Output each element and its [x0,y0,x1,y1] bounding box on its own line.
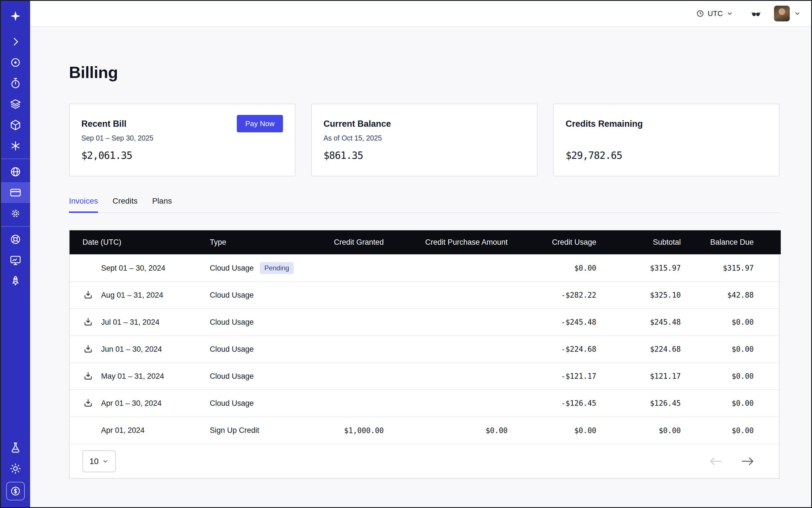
invoices-table: Date (UTC) Type Credit Granted Credit Pu… [69,230,780,479]
credit-card-icon [9,186,22,199]
col-credit-usage: Credit Usage [522,230,611,255]
credit-purchase-value: $0.00 [398,417,522,444]
sidebar-divider [1,159,30,159]
invoice-date: Apr 01, 2024 [101,426,145,435]
download-invoice-button[interactable] [83,371,93,381]
sidebar-item-labs[interactable] [1,437,30,458]
subtotal-value: $121.17 [611,363,695,390]
download-icon [83,398,93,408]
download-invoice-button[interactable] [83,398,93,408]
timer-icon [9,77,22,90]
sidebar-item-target[interactable] [1,52,30,73]
credit-purchase-value [398,336,522,363]
clock-icon [696,9,704,18]
credit-usage-value: -$245.48 [522,309,611,336]
credit-usage-value: $0.00 [522,417,611,444]
table-row: Aug 01 – 31, 2024 Cloud Usage -$282.22 $… [70,282,781,309]
page-title: Billing [69,63,780,82]
sidebar-item-help[interactable] [1,229,30,250]
download-invoice-button[interactable] [83,344,93,354]
sidebar-item-layers[interactable] [1,94,30,115]
sidebar-item-theme[interactable] [1,458,30,479]
download-invoice-button[interactable] [83,290,93,300]
sidebar-item-cube[interactable] [1,115,30,135]
cube-icon [9,119,22,131]
gear-icon [9,207,22,220]
tab-plans[interactable]: Plans [152,197,172,212]
monitor-icon [9,254,22,266]
logo-sparkle-icon[interactable] [1,1,30,31]
invoice-type: Cloud Usage [210,399,254,408]
sidebar-item-launch[interactable] [1,270,30,291]
sidebar-item-credits[interactable] [6,482,25,500]
layers-icon [9,98,22,111]
download-icon [83,371,93,381]
card-amount: $2,061.35 [81,150,132,161]
balance-due-value: $42.88 [695,282,781,309]
credit-purchase-value [398,255,522,282]
credits-remaining-card: Credits Remaining $29,782.65 [553,103,780,176]
avatar[interactable] [774,6,790,22]
download-invoice-button[interactable] [83,317,93,327]
table-footer: 10 [70,444,779,478]
invoice-date: May 01 – 31, 2024 [101,372,164,381]
card-amount: $861.35 [324,150,363,161]
previous-page-button[interactable] [709,457,723,466]
card-amount: $29,782.65 [566,150,622,161]
credit-usage-value: -$282.22 [522,282,611,309]
card-subtitle: As of Oct 15, 2025 [324,134,382,142]
sidebar-item-globe[interactable] [1,161,30,182]
invoice-date: Apr 01 – 30, 2024 [101,399,162,408]
chevron-right-icon [9,36,22,48]
app-window: UTC Billing Recent Bill Pay Now Sep 01 –… [0,0,812,508]
sidebar-item-console[interactable] [1,250,30,270]
invoice-date: Jun 01 – 30, 2024 [101,345,162,354]
lifebuoy-icon [9,233,22,246]
credit-granted-value [331,336,398,363]
sidebar-item-billing[interactable] [1,182,30,203]
timezone-label: UTC [708,9,723,18]
card-subtitle: Sep 01 – Sep 30, 2025 [81,134,154,142]
table-header-row: Date (UTC) Type Credit Granted Credit Pu… [70,230,781,255]
sidebar-spacer [1,291,30,437]
chevron-down-icon [726,10,733,17]
sidebar-expand-button[interactable] [1,31,30,52]
credit-usage-value: -$224.68 [522,336,611,363]
invoice-type: Cloud Usage [210,264,254,272]
pay-now-button[interactable]: Pay Now [237,115,283,132]
flask-icon [9,441,22,454]
sidebar-item-timer[interactable] [1,73,30,94]
sun-icon [9,462,22,475]
goggles-button[interactable] [751,8,761,18]
balance-due-value: $0.00 [695,309,781,336]
page-size-select[interactable]: 10 [83,450,116,472]
arrow-right-icon [741,457,754,466]
account-menu[interactable] [774,6,801,22]
col-date: Date (UTC) [70,230,210,255]
balance-due-value: $0.00 [695,363,781,390]
invoice-date: Sept 01 – 30, 2024 [101,264,165,272]
sidebar-item-settings[interactable] [1,203,30,224]
credit-purchase-value [398,390,522,417]
table-row: May 01 – 31, 2024 Cloud Usage -$121.17 $… [70,363,781,390]
tab-credits[interactable]: Credits [113,197,138,212]
credit-granted-value [331,282,398,309]
next-page-button[interactable] [741,457,754,466]
card-title: Current Balance [324,119,391,129]
main-column: UTC Billing Recent Bill Pay Now Sep 01 –… [30,1,811,507]
download-icon [83,317,93,327]
credit-granted-value [331,309,398,336]
invoice-type: Sign Up Credit [210,426,259,435]
current-balance-card: Current Balance As of Oct 15, 2025 $861.… [311,103,538,176]
asterisk-icon [9,140,22,152]
sidebar-item-asterisk[interactable] [1,135,30,156]
card-title: Recent Bill [81,119,126,129]
sidebar [1,1,30,507]
table-row: Jul 01 – 31, 2024 Cloud Usage -$245.48 $… [70,309,781,336]
arrow-left-icon [709,457,723,466]
col-type: Type [210,230,331,255]
timezone-selector[interactable]: UTC [696,9,733,18]
subtotal-value: $245.48 [611,309,695,336]
tab-invoices[interactable]: Invoices [69,197,98,212]
download-icon [83,290,93,300]
